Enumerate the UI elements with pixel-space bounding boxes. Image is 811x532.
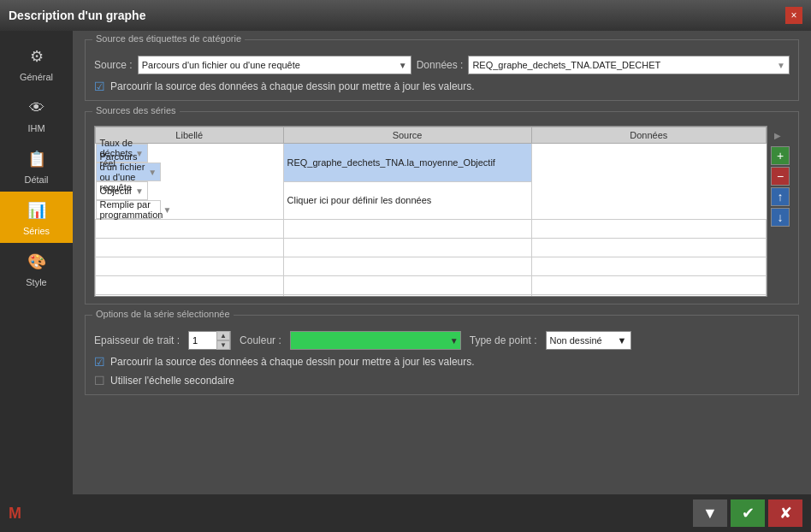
detail-icon: 📋 [25, 147, 49, 171]
ok-button[interactable]: ✔ [731, 499, 765, 527]
sidebar-item-label-ihm: IHM [27, 123, 44, 133]
epaisseur-spinner[interactable]: ▲ ▼ [188, 331, 231, 350]
sidebar-item-detail[interactable]: 📋 Détail [0, 140, 73, 192]
main-container: ⚙ Général 👁 IHM 📋 Détail 📊 Séries 🎨 Styl… [0, 31, 811, 494]
cell-source: Parcours d'un fichier ou d'une requête ▼ [96, 163, 162, 181]
sidebar-item-label-series: Séries [23, 226, 50, 236]
sidebar-item-label-general: Général [20, 72, 53, 82]
cell-donnees: REQ_graphe_dechets_TNA.la_moyenne_Object… [283, 144, 531, 182]
point-type-combo[interactable]: Non dessiné ▼ [546, 331, 631, 350]
sidebar: ⚙ Général 👁 IHM 📋 Détail 📊 Séries 🎨 Styl… [0, 31, 73, 494]
cancel-button[interactable]: ✘ [768, 499, 802, 527]
bottom-bar: M ▼ ✔ ✘ [0, 494, 811, 532]
libelle-arrow: ▼ [135, 186, 144, 196]
col-header-source: Source [283, 127, 531, 144]
options-checkbox-row2: ☐ Utiliser l'échelle secondaire [94, 374, 790, 387]
source-arrow: ▼ [148, 168, 157, 177]
series-section-label: Sources des séries [92, 105, 180, 115]
options-checkbox2-label: Utiliser l'échelle secondaire [110, 375, 234, 387]
table-row[interactable]: Objectif ▼ Remplie par programmation ▼ C… [96, 181, 767, 220]
point-type-arrow: ▼ [618, 335, 627, 346]
category-section: Source des étiquettes de catégorie Sourc… [85, 39, 799, 101]
table-row[interactable]: Taux de déchets réel ▼ Parcours d'un fic… [96, 144, 767, 182]
col-header-donnees: Données [531, 127, 766, 144]
category-checkbox-icon[interactable]: ☑ [94, 80, 105, 93]
options-section-label: Options de la série sélectionnée [92, 309, 234, 319]
cell-source: Remplie par programmation ▼ [96, 200, 162, 219]
table-header-row: Libellé Source Données [96, 127, 767, 144]
table-action-buttons: ▶ + − ↑ ↓ [771, 126, 790, 297]
donnees-value: REQ_graphe_dechets_TNA.DATE_DECHET [472, 60, 660, 70]
title-bar: Description d'un graphe × [0, 0, 811, 31]
options-checkbox1-icon[interactable]: ☑ [94, 355, 105, 369]
sidebar-item-style[interactable]: 🎨 Style [0, 243, 73, 294]
epaisseur-label: Epaisseur de trait : [94, 334, 180, 346]
table-row-empty [96, 295, 767, 298]
remove-series-button[interactable]: − [771, 167, 790, 186]
general-icon: ⚙ [25, 44, 49, 68]
couleur-picker[interactable]: ▼ [290, 331, 461, 350]
cell-donnees: Cliquer ici pour définir les données [283, 181, 531, 220]
couleur-label: Couleur : [240, 334, 281, 346]
epaisseur-input[interactable] [189, 332, 216, 349]
sidebar-item-label-detail: Détail [24, 174, 48, 185]
series-table: Libellé Source Données Taux de déchets r… [95, 127, 767, 297]
source-combo[interactable]: Parcours d'un fichier ou d'une requête ▼ [138, 56, 411, 74]
options-checkbox1-label: Parcourir la source des données à chaque… [110, 356, 475, 368]
category-section-label: Source des étiquettes de catégorie [92, 33, 245, 44]
point-type-value: Non dessiné [550, 335, 602, 346]
series-table-wrapper: Libellé Source Données Taux de déchets r… [94, 126, 790, 297]
sidebar-item-label-style: Style [26, 277, 46, 287]
options-checkbox-row1: ☑ Parcourir la source des données à chaq… [94, 355, 790, 369]
source-combo-arrow: ▼ [399, 61, 407, 70]
table-row-empty [96, 257, 767, 276]
table-row-empty [96, 276, 767, 295]
category-checkbox-label: Parcourir la source des données à chaque… [110, 80, 475, 92]
bottom-right: ▼ ✔ ✘ [693, 499, 802, 527]
series-table-scroll[interactable]: Libellé Source Données Taux de déchets r… [94, 126, 767, 297]
style-icon: 🎨 [25, 250, 49, 274]
table-row-empty [96, 220, 767, 239]
sidebar-item-general[interactable]: ⚙ Général [0, 38, 73, 89]
table-row-empty [96, 239, 767, 257]
close-button[interactable]: × [785, 7, 802, 24]
move-series-down-button[interactable]: ↓ [771, 208, 790, 227]
donnees-arrow: ▼ [777, 61, 785, 70]
spin-down-arrow[interactable]: ▼ [216, 340, 230, 350]
spin-arrows: ▲ ▼ [216, 331, 230, 350]
app-logo: M [9, 505, 21, 523]
series-section: Sources des séries Libellé Source Donnée… [85, 111, 799, 304]
source-combo-value: Parcours d'un fichier ou d'une requête [142, 60, 300, 70]
sidebar-item-series[interactable]: 📊 Séries [0, 192, 73, 243]
add-series-button[interactable]: + [771, 146, 790, 165]
content-area: Source des étiquettes de catégorie Sourc… [73, 31, 811, 494]
category-form-row: Source : Parcours d'un fichier ou d'une … [94, 56, 790, 74]
scroll-right-icon: ▶ [771, 126, 784, 145]
scroll-down-button[interactable]: ▼ [693, 499, 727, 527]
donnees-label: Données : [417, 59, 464, 71]
ihm-icon: 👁 [25, 96, 49, 120]
source-arrow: ▼ [163, 205, 171, 215]
spin-up-arrow[interactable]: ▲ [216, 331, 230, 340]
category-checkbox-row: ☑ Parcourir la source des données à chaq… [94, 80, 790, 93]
point-type-label: Type de point : [470, 334, 537, 346]
options-checkbox2-icon[interactable]: ☐ [94, 374, 105, 387]
window-title: Description d'un graphe [9, 9, 145, 22]
color-arrow: ▼ [450, 336, 459, 346]
options-main-row: Epaisseur de trait : ▲ ▼ Couleur : ▼ Typ… [94, 331, 790, 350]
sidebar-item-ihm[interactable]: 👁 IHM [0, 89, 73, 140]
bottom-left: M [9, 505, 21, 523]
donnees-field[interactable]: REQ_graphe_dechets_TNA.DATE_DECHET ▼ [468, 56, 790, 74]
source-label: Source : [94, 59, 133, 71]
options-section: Options de la série sélectionnée Epaisse… [85, 315, 799, 395]
series-icon: 📊 [25, 198, 49, 222]
move-series-up-button[interactable]: ↑ [771, 187, 790, 206]
